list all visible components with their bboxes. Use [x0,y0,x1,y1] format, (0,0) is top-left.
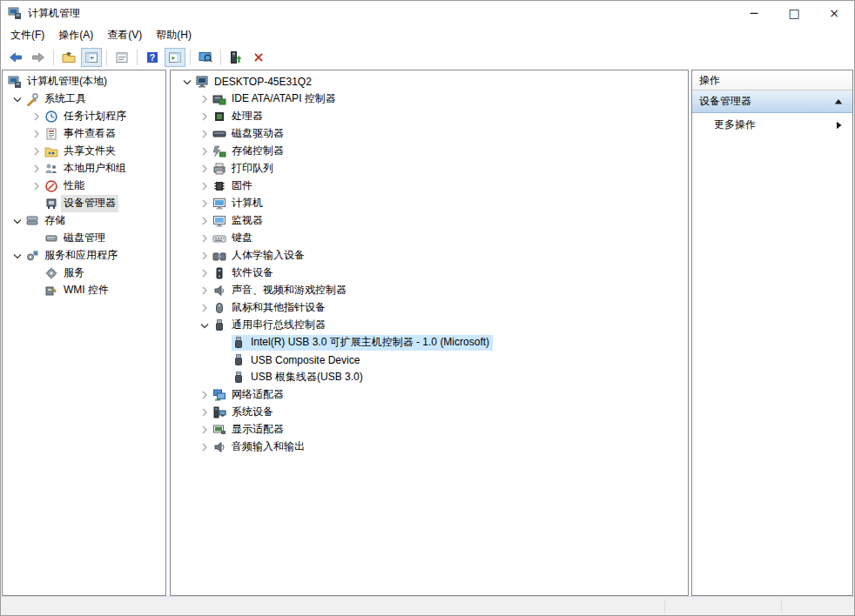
device-item-sound-controller[interactable]: 声音、视频和游戏控制器 [171,282,688,299]
chevron-collapsed-icon[interactable] [197,214,212,228]
chevron-collapsed-icon[interactable] [29,162,44,176]
help-button[interactable]: ? [142,48,163,67]
device-item-monitor[interactable]: 监视器 [171,212,688,230]
sidebar-item-system-tools[interactable]: 系统工具 [3,90,165,108]
device-item-software-device[interactable]: 软件设备 [171,264,688,282]
device-item-network-adapter[interactable]: 网络适配器 [171,386,688,404]
chevron-collapsed-icon[interactable] [197,266,212,280]
device-item-audio-io[interactable]: 音频输入和输出 [171,439,688,456]
device-item-usb-controller[interactable]: USB 根集线器(USB 3.0) [171,369,688,386]
sidebar-item-local-users[interactable]: 本地用户和组 [3,160,165,177]
chevron-expanded-icon[interactable] [10,214,25,228]
chevron-collapsed-icon[interactable] [197,249,212,263]
tree-item-content: 声音、视频和游戏控制器 [212,283,350,298]
chevron-expanded-icon[interactable] [10,249,25,263]
sidebar-item-services[interactable]: 服务 [3,264,165,282]
chevron-collapsed-icon[interactable] [29,110,44,124]
sidebar-item-performance[interactable]: 性能 [3,177,165,195]
sidebar-item-computer-management[interactable]: 计算机管理(本地) [3,73,165,90]
chevron-collapsed-icon[interactable] [197,197,212,211]
menu-file[interactable]: 文件(F) [3,25,51,45]
sidebar-item-wmi-control[interactable]: WMI 控件 [3,282,165,299]
properties-button[interactable] [111,48,132,67]
chevron-expanded-icon[interactable] [10,92,25,106]
chevron-collapsed-icon[interactable] [197,301,212,315]
device-item-storage-controller[interactable]: 存储控制器 [171,143,688,160]
tree-item-content: 计算机管理(本地) [8,74,111,90]
help-icon: ? [145,50,159,64]
device-item-disk-drive[interactable]: 磁盘驱动器 [171,125,688,143]
chevron-collapsed-icon[interactable] [197,388,212,402]
chevron-expanded-icon[interactable] [197,318,212,332]
sidebar-item-shared-folders[interactable]: 共享文件夹 [3,143,165,160]
more-actions-item[interactable]: 更多操作 [692,113,852,137]
sidebar-item-storage[interactable]: 存储 [3,212,165,230]
menu-action[interactable]: 操作(A) [51,25,100,45]
console-monitor-button[interactable] [195,48,216,67]
sidebar-item-label: WMI 控件 [61,282,111,299]
chevron-collapsed-icon[interactable] [197,284,212,298]
device-item-usb-controller[interactable]: 通用串行总线控制器 [171,317,688,334]
chevron-collapsed-icon[interactable] [197,231,212,245]
sidebar-item-disk-management[interactable]: 磁盘管理 [3,230,165,247]
scan-hardware-icon [229,50,243,64]
device-item-print-queue[interactable]: 打印队列 [171,160,688,177]
show-console-tree-button[interactable] [81,48,102,67]
chevron-expanded-icon[interactable] [179,75,195,89]
device-item-processor[interactable]: 处理器 [171,108,688,125]
chevron-spacer [216,336,232,350]
sidebar-item-event-viewer[interactable]: 事件查看器 [3,125,165,143]
chevron-collapsed-icon[interactable] [29,127,44,141]
chevron-collapsed-icon[interactable] [197,92,212,106]
show-action-pane-icon [168,50,182,64]
uninstall-device-button[interactable] [248,48,269,67]
actions-section-device-manager[interactable]: 设备管理器 [692,90,852,113]
device-item-keyboard[interactable]: 键盘 [171,230,688,247]
chevron-collapsed-icon[interactable] [29,179,44,193]
device-item-label: 键盘 [229,230,255,247]
device-item-usb-controller[interactable]: USB Composite Device [171,352,688,369]
storage-controller-icon [212,144,226,158]
status-strip-separator [664,599,665,613]
sidebar-item-label: 本地用户和组 [61,160,129,177]
tree-item-content: 系统工具 [25,91,90,107]
device-item-mouse[interactable]: 鼠标和其他指针设备 [171,299,688,317]
chevron-collapsed-icon[interactable] [29,144,44,158]
chevron-collapsed-icon[interactable] [197,127,212,141]
forward-button[interactable] [28,48,49,67]
device-item-label: IDE ATA/ATAPI 控制器 [229,90,339,108]
device-item-computer-monitor[interactable]: 计算机 [171,195,688,212]
sidebar-item-label: 性能 [61,177,87,195]
menu-view[interactable]: 查看(V) [100,25,149,45]
chevron-collapsed-icon[interactable] [197,423,212,437]
device-item-desktop-computer[interactable]: DESKTOP-45E31Q2 [171,73,688,90]
chevron-collapsed-icon[interactable] [197,179,212,193]
device-item-usb-controller[interactable]: Intel(R) USB 3.0 可扩展主机控制器 - 1.0 (Microso… [171,334,688,352]
window-controls: ─□× [734,1,854,25]
device-item-display-adapter[interactable]: 显示适配器 [171,421,688,439]
chevron-collapsed-icon[interactable] [197,440,212,454]
sidebar-item-services-apps[interactable]: 服务和应用程序 [3,247,165,264]
device-item-label: 音频输入和输出 [229,439,307,456]
tree-item-content: IDE ATA/ATAPI 控制器 [212,91,340,107]
back-button[interactable] [5,48,26,67]
collapse-section-icon[interactable] [831,95,845,109]
chevron-collapsed-icon[interactable] [197,144,212,158]
device-item-ide-controller[interactable]: IDE ATA/ATAPI 控制器 [171,90,688,108]
close-button[interactable]: × [814,1,854,25]
show-action-pane-button[interactable] [165,48,185,67]
device-item-firmware[interactable]: 固件 [171,177,688,195]
maximize-button[interactable]: □ [774,1,814,25]
menu-help[interactable]: 帮助(H) [149,25,199,45]
minimize-button[interactable]: ─ [734,1,774,25]
chevron-collapsed-icon[interactable] [197,110,212,124]
chevron-collapsed-icon[interactable] [197,405,212,419]
device-item-label: 通用串行总线控制器 [229,317,328,334]
export-list-button[interactable] [58,48,79,67]
chevron-collapsed-icon[interactable] [197,162,212,176]
scan-hardware-button[interactable] [226,48,246,67]
sidebar-item-task-scheduler[interactable]: 任务计划程序 [3,108,165,125]
device-item-system-devices[interactable]: 系统设备 [171,404,688,421]
sidebar-item-device-manager[interactable]: 设备管理器 [3,195,165,212]
device-item-hid-device[interactable]: 人体学输入设备 [171,247,688,264]
